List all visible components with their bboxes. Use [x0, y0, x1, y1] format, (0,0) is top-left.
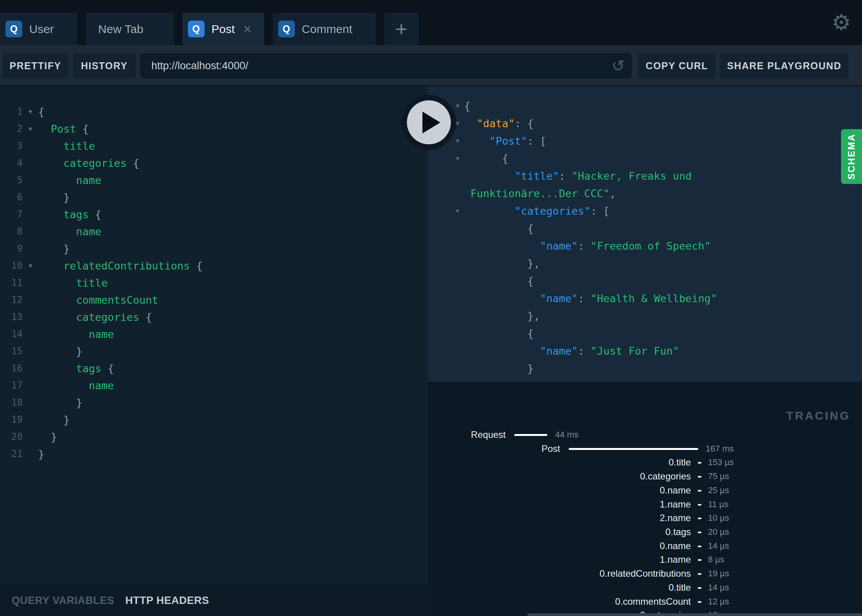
close-tab-icon[interactable]: × — [244, 22, 252, 36]
tracing-label: 2.name — [428, 511, 691, 525]
add-tab-button[interactable]: + — [384, 13, 419, 45]
http-headers-tab[interactable]: HTTP HEADERS — [125, 585, 209, 616]
horizontal-scrollbar[interactable] — [527, 613, 862, 616]
editor-code: } — [38, 191, 70, 203]
tab-comment[interactable]: Q Comment — [273, 13, 376, 45]
code-segment: title — [38, 140, 95, 152]
response-lines: ▾{▾ "data": {▾ "Post": [▾ { "title": "Ha… — [428, 97, 862, 382]
tracing-duration-dash — [698, 559, 701, 561]
line-number: 18 — [0, 397, 23, 408]
refresh-schema-icon[interactable]: ↺ — [611, 58, 625, 74]
editor-code: title — [38, 140, 95, 152]
collapse-arrow-icon[interactable]: ▾ — [456, 150, 459, 167]
response-line: "name": "Just For Fun" — [428, 342, 862, 360]
tracing-label: 0.commentsCount — [428, 595, 691, 609]
tracing-label: 1.name — [428, 497, 691, 511]
tracing-duration: 44 ms — [555, 428, 578, 442]
query-badge-icon: Q — [188, 21, 205, 37]
line-number: 10 — [0, 260, 23, 271]
tracing-row: 0.name25 µs — [428, 483, 862, 497]
settings-gear-icon[interactable]: ⚙ — [832, 12, 851, 33]
editor-code: title — [38, 277, 108, 289]
tab-label: New Tab — [98, 23, 143, 36]
editor-code: name — [38, 226, 102, 238]
response-line: { — [428, 272, 862, 290]
play-icon — [422, 112, 440, 133]
code-segment: tags — [38, 362, 102, 374]
line-number: 13 — [0, 312, 23, 322]
code-segment — [464, 240, 540, 252]
query-editor[interactable]: 1▾{2▾ Post {3 title4 categories {5 name6… — [0, 86, 428, 584]
code-segment: { — [139, 311, 152, 323]
code-segment: { — [464, 327, 534, 340]
editor-line: 18 } — [0, 394, 428, 411]
editor-line: 14 name — [0, 326, 428, 343]
editor-code: relatedContributions { — [38, 260, 203, 272]
code-segment: "title" — [515, 170, 559, 182]
response-line: ] — [428, 377, 862, 382]
code-segment: { — [464, 100, 470, 112]
tracing-title: TRACING — [786, 409, 850, 422]
collapse-arrow-icon[interactable]: ▾ — [456, 202, 459, 220]
editor-line: 13 categories { — [0, 308, 428, 326]
prettify-button[interactable]: PRETTIFY — [3, 53, 68, 78]
plus-icon: + — [395, 19, 407, 39]
code-segment: name — [38, 380, 114, 392]
editor-code: { — [38, 106, 44, 118]
tracing-duration-dash — [698, 532, 701, 533]
tracing-label: 0.name — [428, 483, 691, 497]
code-segment: "name" — [540, 345, 578, 357]
code-segment: { — [464, 152, 508, 164]
code-segment: } — [464, 362, 534, 374]
tracing-duration: 14 µs — [708, 581, 729, 595]
line-number: 2 — [0, 123, 23, 134]
code-segment: name — [38, 174, 102, 186]
code-segment: { — [38, 106, 44, 118]
tracing-duration-dash — [698, 504, 701, 506]
tab-post[interactable]: Q Post × — [182, 13, 264, 45]
editor-line: 12 commentsCount — [0, 291, 428, 308]
code-segment: { — [464, 275, 534, 287]
code-segment — [464, 345, 540, 357]
fold-caret-icon[interactable]: ▾ — [23, 125, 38, 133]
tracing-label: 0.title — [428, 581, 691, 595]
collapse-arrow-icon[interactable]: ▾ — [456, 115, 459, 132]
editor-line: 16 tags { — [0, 360, 428, 377]
editor-line: 19 } — [0, 411, 428, 428]
tracing-duration-dash — [698, 462, 701, 464]
execute-query-button[interactable] — [401, 95, 456, 150]
response-line: { — [428, 220, 862, 237]
collapse-arrow-icon[interactable]: ▾ — [456, 97, 459, 115]
tracing-duration-bar — [514, 434, 547, 436]
code-segment: : — [578, 240, 591, 252]
schema-side-tab[interactable]: SCHEMA — [841, 129, 862, 184]
line-number: 20 — [0, 431, 23, 442]
response-line: ▾ "Post": [ — [428, 132, 862, 150]
editor-code: commentsCount — [38, 294, 158, 306]
editor-line: 15 } — [0, 343, 428, 360]
line-number: 19 — [0, 414, 23, 425]
tab-user[interactable]: Q User — [0, 13, 77, 45]
tabs-strip: Q User New Tab Q Post × Q Comment + — [0, 13, 419, 45]
endpoint-url-input[interactable] — [140, 53, 632, 78]
tracing-row: Post167 ms — [428, 442, 862, 456]
editor-code: tags { — [38, 362, 114, 374]
query-editor-lines: 1▾{2▾ Post {3 title4 categories {5 name6… — [0, 103, 428, 462]
editor-code: } — [38, 397, 82, 409]
code-segment: tags — [38, 208, 89, 220]
editor-code: categories { — [38, 157, 139, 169]
share-playground-button[interactable]: SHARE PLAYGROUND — [720, 53, 848, 78]
collapse-arrow-icon[interactable]: ▾ — [456, 132, 459, 150]
copy-curl-button[interactable]: COPY CURL — [638, 53, 716, 78]
query-variables-tab[interactable]: QUERY VARIABLES — [12, 585, 114, 616]
code-segment: commentsCount — [38, 294, 158, 306]
line-number: 16 — [0, 363, 23, 374]
code-segment — [464, 292, 540, 304]
code-segment: "Post" — [489, 135, 527, 147]
tab-new-tab[interactable]: New Tab — [86, 13, 173, 45]
history-button[interactable]: HISTORY — [73, 53, 136, 78]
tracing-duration-dash — [698, 601, 701, 603]
fold-caret-icon[interactable]: ▾ — [23, 262, 38, 270]
fold-caret-icon[interactable]: ▾ — [23, 108, 38, 116]
code-segment: } — [38, 448, 44, 460]
